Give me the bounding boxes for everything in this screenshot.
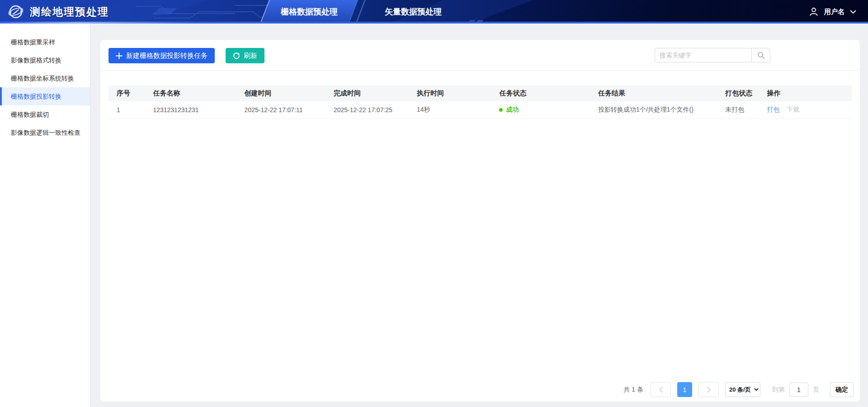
col-duration: 执行时间 [413, 85, 495, 101]
cell-package-status: 未打包 [722, 101, 763, 118]
page-number-button[interactable]: 1 [677, 382, 692, 397]
refresh-icon [233, 52, 240, 59]
prev-page-button[interactable] [651, 382, 671, 397]
goto-prefix-label: 到第 [772, 386, 785, 394]
plus-icon [116, 52, 123, 59]
cell-task-name: 1231231231231 [149, 101, 241, 118]
cell-result: 投影转换成功1个/共处理1个文件() [594, 101, 722, 118]
tab-vector-preprocessing[interactable]: 矢量数据预处理 [369, 0, 457, 24]
refresh-button[interactable]: 刷新 [226, 48, 264, 63]
brand: 测绘地理预处理 [0, 3, 109, 20]
chevron-left-icon [659, 387, 663, 393]
tab-raster-preprocessing[interactable]: 栅格数据预处理 [260, 0, 358, 24]
sidebar-item-raster-projection-convert[interactable]: 栅格数据投影转换 [0, 87, 90, 105]
sidebar-item-image-format-convert[interactable]: 影像数据格式转换 [0, 51, 90, 69]
top-tabs: 栅格数据预处理 矢量数据预处理 [264, 0, 457, 24]
sidebar: 栅格数据重采样 影像数据格式转换 栅格数据坐标系统转换 栅格数据投影转换 栅格数… [0, 24, 90, 407]
app-header: 测绘地理预处理 栅格数据预处理 矢量数据预处理 用户名 [0, 0, 868, 24]
col-task-name: 任务名称 [149, 85, 241, 101]
col-package-status: 打包状态 [722, 85, 763, 101]
next-page-button[interactable] [698, 382, 719, 397]
cell-duration: 14秒 [413, 101, 495, 118]
task-table-wrapper: 序号 任务名称 创建时间 完成时间 执行时间 任务状态 任务结果 打包状态 操作 [100, 71, 860, 119]
total-count-label: 共 1 条 [623, 386, 643, 394]
search-group [655, 48, 770, 62]
col-status: 任务状态 [495, 85, 594, 101]
status-dot [499, 108, 503, 112]
search-button[interactable] [751, 48, 770, 62]
col-created-at: 创建时间 [241, 85, 330, 101]
cell-status: 成功 [495, 101, 594, 118]
search-input[interactable] [655, 48, 751, 62]
sidebar-item-raster-resample[interactable]: 栅格数据重采样 [0, 33, 90, 51]
table-row: 1 1231231231231 2025-12-22 17:07:11 2025… [108, 101, 852, 118]
download-link[interactable]: 下载 [787, 106, 799, 113]
tab-label: 矢量数据预处理 [385, 6, 442, 17]
col-result: 任务结果 [594, 85, 722, 101]
user-icon [809, 7, 819, 17]
sidebar-item-raster-clip[interactable]: 栅格数据裁切 [0, 105, 90, 123]
new-task-button[interactable]: 新建栅格数据投影转换任务 [108, 48, 215, 63]
package-link[interactable]: 打包 [767, 106, 779, 113]
col-finished-at: 完成时间 [330, 85, 413, 101]
username-label: 用户名 [824, 8, 844, 16]
header-accent-line [0, 22, 868, 24]
col-index: 序号 [108, 85, 149, 101]
cell-actions: 打包 下载 [763, 101, 852, 118]
cell-index: 1 [108, 101, 149, 118]
chevron-down-icon [850, 10, 856, 14]
tab-label: 栅格数据预处理 [281, 6, 338, 17]
pagination: 共 1 条 1 20 条/页 到第 页 确定 [623, 382, 854, 397]
app-title: 测绘地理预处理 [30, 5, 109, 19]
new-task-label: 新建栅格数据投影转换任务 [126, 52, 208, 60]
goto-suffix-label: 页 [813, 386, 819, 394]
col-actions: 操作 [763, 85, 852, 101]
page-size-select[interactable]: 20 条/页 [725, 382, 760, 397]
user-menu[interactable]: 用户名 [809, 0, 856, 24]
sidebar-item-image-logic-check[interactable]: 影像数据逻辑一致性检查 [0, 123, 90, 142]
tab-separator [355, 0, 366, 24]
chevron-right-icon [707, 387, 711, 393]
sidebar-item-raster-coordsys-convert[interactable]: 栅格数据坐标系统转换 [0, 69, 90, 87]
logo-icon [7, 3, 24, 20]
cell-finished-at: 2025-12-22 17:07:25 [330, 101, 413, 118]
table-header-row: 序号 任务名称 创建时间 完成时间 执行时间 任务状态 任务结果 打包状态 操作 [108, 85, 852, 101]
refresh-label: 刷新 [244, 52, 257, 60]
goto-confirm-button[interactable]: 确定 [830, 382, 854, 397]
cell-created-at: 2025-12-22 17:07:11 [241, 101, 330, 118]
toolbar: 新建栅格数据投影转换任务 刷新 [100, 40, 860, 71]
content-card: 新建栅格数据投影转换任务 刷新 [100, 40, 860, 402]
goto-page-input[interactable] [789, 383, 808, 397]
status-label: 成功 [506, 106, 519, 114]
main-area: 新建栅格数据投影转换任务 刷新 [90, 24, 868, 407]
search-icon [757, 52, 765, 59]
task-table: 序号 任务名称 创建时间 完成时间 执行时间 任务状态 任务结果 打包状态 操作 [108, 85, 852, 119]
